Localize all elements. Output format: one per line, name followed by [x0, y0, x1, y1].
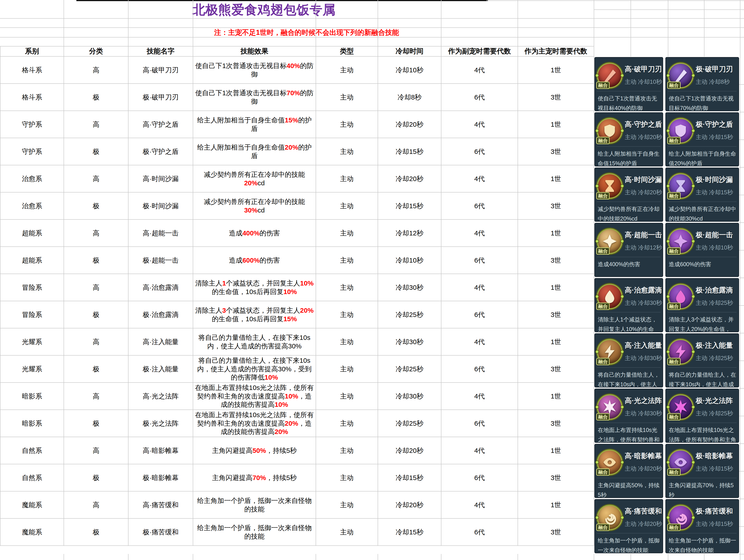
skill-name-cell[interactable]: 极·时间沙漏	[128, 192, 193, 220]
type-cell[interactable]: 主动	[316, 328, 378, 356]
skill-card[interactable]: 融合高·痛苦缓和主动 冷却20秒给主角加一个护盾，抵御一次来自怪物的技能	[594, 499, 663, 553]
skill-name-cell[interactable]: 极·痛苦缓和	[128, 518, 193, 546]
cooldown-cell[interactable]: 冷却25秒	[378, 301, 441, 328]
skill-card[interactable]: 融合高·时间沙漏主动 冷却20秒减少契约兽所有正在冷却中的技能20%cd	[594, 167, 663, 222]
tier-cell[interactable]: 极	[64, 83, 128, 111]
series-cell[interactable]: 魔能系	[0, 491, 64, 518]
series-cell[interactable]: 超能系	[0, 220, 64, 247]
main-gen-cell[interactable]: 1世	[518, 220, 594, 247]
skill-card[interactable]: 融合极·时间沙漏主动 冷却15秒减少契约兽所有正在冷却中的技能30%cd	[665, 167, 739, 222]
type-cell[interactable]: 主动	[316, 247, 378, 274]
skill-name-cell[interactable]: 极·光之法阵	[128, 410, 193, 437]
skill-name-cell[interactable]: 高·暗影帷幕	[128, 437, 193, 464]
cooldown-cell[interactable]: 冷却20秒	[378, 437, 441, 464]
main-gen-cell[interactable]: 1世	[518, 165, 594, 192]
sub-gen-cell[interactable]: 4代	[441, 165, 518, 192]
tier-cell[interactable]: 高	[64, 274, 128, 301]
skill-card[interactable]: 融合高·暗影帷幕主动 冷却20秒主角闪避提高50%，持续5秒	[594, 444, 663, 498]
skill-card[interactable]: 融合极·超能一击主动 冷却10秒造成600%的伤害	[665, 223, 739, 277]
cooldown-cell[interactable]: 冷却8秒	[378, 83, 441, 111]
column-header[interactable]: 分类	[64, 46, 128, 57]
sub-gen-cell[interactable]: 6代	[441, 192, 518, 220]
column-header[interactable]: 系别	[0, 46, 64, 57]
cooldown-cell[interactable]: 冷却30秒	[378, 328, 441, 356]
main-gen-cell[interactable]: 3世	[518, 192, 594, 220]
column-header[interactable]: 类型	[316, 46, 378, 57]
series-cell[interactable]: 魔能系	[0, 518, 64, 546]
effect-cell[interactable]: 清除主人3个减益状态，并回复主人20%的生命值，10s后再回复15%	[193, 301, 316, 328]
sub-gen-cell[interactable]: 4代	[441, 111, 518, 138]
skill-card[interactable]: 融合高·光之法阵主动 冷却30秒在地面上布置持续10s光之法阵，使所有契约兽和主…	[594, 388, 663, 443]
effect-cell[interactable]: 将自己的力量借给主人，在接下来10s内，使主人造成的伤害提高30%	[193, 328, 316, 356]
tier-cell[interactable]: 极	[64, 247, 128, 274]
main-gen-cell[interactable]: 3世	[518, 138, 594, 165]
sub-gen-cell[interactable]: 4代	[441, 328, 518, 356]
skill-card[interactable]: 融合极·痛苦缓和主动 冷却15秒给主角加一个护盾，抵御一次来自怪物的技能	[665, 499, 739, 553]
effect-cell[interactable]: 清除主人1个减益状态，并回复主人10%的生命值，10s后再回复10%	[193, 274, 316, 301]
main-gen-cell[interactable]: 3世	[518, 83, 594, 111]
skill-name-cell[interactable]: 高·守护之盾	[128, 111, 193, 138]
effect-cell[interactable]: 造成400%的伤害	[193, 220, 316, 247]
effect-cell[interactable]: 在地面上布置持续10s光之法阵，使所有契约兽和主角的攻击速度提高10%，造成的技…	[193, 382, 316, 410]
type-cell[interactable]: 主动	[316, 220, 378, 247]
skill-card[interactable]: 融合极·守护之盾主动 冷却15秒给主人附加相当于自身生命值20%的护盾	[665, 112, 739, 166]
effect-cell[interactable]: 主角闪避提高70%，持续5秒	[193, 464, 316, 491]
skill-card[interactable]: 融合高·超能一击主动 冷却12秒造成400%的伤害	[594, 223, 663, 277]
type-cell[interactable]: 主动	[316, 192, 378, 220]
type-cell[interactable]: 主动	[316, 301, 378, 328]
series-cell[interactable]: 自然系	[0, 464, 64, 491]
series-cell[interactable]: 冒险系	[0, 274, 64, 301]
cooldown-cell[interactable]: 冷却12秒	[378, 220, 441, 247]
main-gen-cell[interactable]: 3世	[518, 356, 594, 382]
effect-cell[interactable]: 使自己下1次普通攻击无视目标40%的防御	[193, 57, 316, 83]
effect-cell[interactable]: 主角闪避提高50%，持续5秒	[193, 437, 316, 464]
effect-cell[interactable]: 给主人附加相当于自身生命值15%的护盾	[193, 111, 316, 138]
cooldown-cell[interactable]: 冷却25秒	[378, 356, 441, 382]
series-cell[interactable]: 治愈系	[0, 165, 64, 192]
tier-cell[interactable]: 高	[64, 382, 128, 410]
main-gen-cell[interactable]: 3世	[518, 518, 594, 546]
series-cell[interactable]: 暗影系	[0, 410, 64, 437]
sub-gen-cell[interactable]: 6代	[441, 83, 518, 111]
effect-cell[interactable]: 造成600%的伤害	[193, 247, 316, 274]
main-gen-cell[interactable]: 1世	[518, 111, 594, 138]
page-title[interactable]: 北极熊爱食鸡翅包饭专属	[185, 1, 343, 18]
skill-name-cell[interactable]: 极·破甲刀刃	[128, 83, 193, 111]
skill-card[interactable]: 融合极·光之法阵主动 冷却25秒在地面上布置持续10s光之法阵，使所有契约兽和主…	[665, 388, 739, 443]
skill-card[interactable]: 融合极·暗影帷幕主动 冷却15秒主角闪避提高70%，持续5秒	[665, 444, 739, 498]
type-cell[interactable]: 主动	[316, 410, 378, 437]
skill-name-cell[interactable]: 极·治愈露滴	[128, 301, 193, 328]
cooldown-cell[interactable]: 冷却15秒	[378, 192, 441, 220]
skill-name-cell[interactable]: 高·光之法阵	[128, 382, 193, 410]
tier-cell[interactable]: 高	[64, 220, 128, 247]
column-header[interactable]: 作为主宠时需要代数	[518, 46, 594, 57]
skill-name-cell[interactable]: 高·痛苦缓和	[128, 491, 193, 518]
skill-name-cell[interactable]: 极·暗影帷幕	[128, 464, 193, 491]
series-cell[interactable]: 暗影系	[0, 382, 64, 410]
sub-gen-cell[interactable]: 4代	[441, 491, 518, 518]
type-cell[interactable]: 主动	[316, 138, 378, 165]
cooldown-cell[interactable]: 冷却20秒	[378, 165, 441, 192]
cooldown-cell[interactable]: 冷却15秒	[378, 518, 441, 546]
effect-cell[interactable]: 给主人附加相当于自身生命值20%的护盾	[193, 138, 316, 165]
skill-card[interactable]: 融合极·注入能量主动 冷却25秒将自己的力量借给主人，在接下来10s内，使主人造…	[665, 333, 739, 387]
cooldown-cell[interactable]: 冷却10秒	[378, 247, 441, 274]
column-header[interactable]: 技能名字	[128, 46, 193, 57]
type-cell[interactable]: 主动	[316, 356, 378, 382]
cooldown-cell[interactable]: 冷却20秒	[378, 491, 441, 518]
sub-gen-cell[interactable]: 4代	[441, 437, 518, 464]
type-cell[interactable]: 主动	[316, 111, 378, 138]
tier-cell[interactable]: 极	[64, 464, 128, 491]
series-cell[interactable]: 守护系	[0, 111, 64, 138]
main-gen-cell[interactable]: 1世	[518, 382, 594, 410]
sub-gen-cell[interactable]: 4代	[441, 220, 518, 247]
main-gen-cell[interactable]: 3世	[518, 410, 594, 437]
sub-gen-cell[interactable]: 4代	[441, 382, 518, 410]
column-header[interactable]: 作为副宠时需要代数	[441, 46, 518, 57]
type-cell[interactable]: 主动	[316, 274, 378, 301]
series-cell[interactable]: 治愈系	[0, 192, 64, 220]
cooldown-cell[interactable]: 冷却30秒	[378, 274, 441, 301]
effect-cell[interactable]: 使自己下1次普通攻击无视目标70%的防御	[193, 83, 316, 111]
column-header[interactable]: 技能效果	[193, 46, 316, 57]
effect-cell[interactable]: 减少契约兽所有正在冷却中的技能30%cd	[193, 192, 316, 220]
